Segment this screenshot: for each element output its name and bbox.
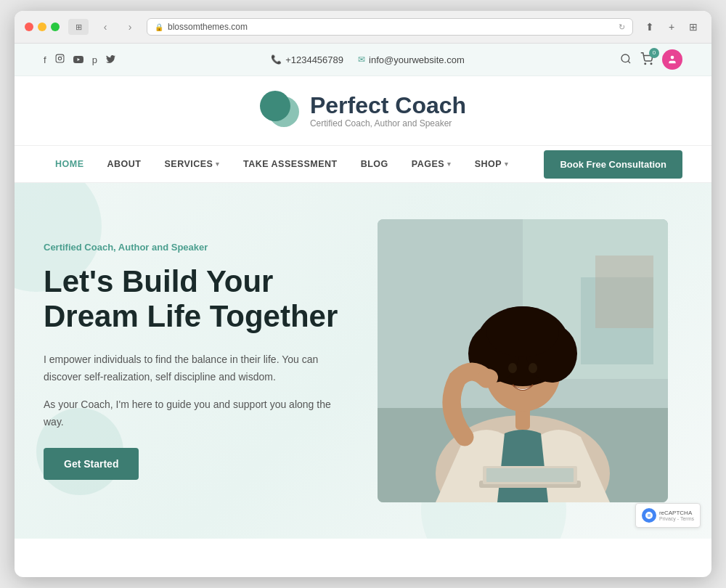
svg-rect-0 bbox=[56, 54, 64, 62]
logo-circle-front bbox=[260, 91, 290, 121]
nav-item-blog[interactable]: BLOG bbox=[349, 146, 400, 182]
nav-menu: HOME ABOUT SERVICES ▾ TAKE ASSESSMENT BL… bbox=[44, 146, 521, 182]
hero-subtitle: Certified Coach, Author and Speaker bbox=[44, 242, 348, 253]
phone-number: +1234456789 bbox=[285, 54, 343, 65]
cart-button[interactable]: 0 bbox=[640, 52, 653, 68]
svg-point-1 bbox=[58, 57, 61, 60]
forward-button[interactable]: › bbox=[122, 19, 138, 35]
browser-window: ⊞ ‹ › 🔒 blossomthemes.com ↻ ⬆ + ⊞ f bbox=[15, 11, 711, 577]
chevron-down-icon: ▾ bbox=[447, 160, 452, 168]
hero-photo-svg bbox=[378, 219, 668, 502]
site-tagline: Certified Coach, Author and Speaker bbox=[310, 118, 466, 128]
extensions-button[interactable]: ⊞ bbox=[685, 19, 701, 35]
twitter-icon[interactable] bbox=[106, 54, 115, 65]
hero-section: Certified Coach, Author and Speaker Let'… bbox=[15, 183, 711, 539]
svg-point-20 bbox=[508, 363, 517, 373]
logo-graphic bbox=[260, 91, 300, 131]
svg-line-4 bbox=[628, 61, 630, 63]
nav-item-pages[interactable]: PAGES ▾ bbox=[400, 146, 463, 182]
share-button[interactable]: ⬆ bbox=[642, 19, 658, 35]
hero-text: Certified Coach, Author and Speaker Let'… bbox=[44, 242, 348, 481]
social-icons: f p bbox=[44, 54, 115, 65]
svg-point-22 bbox=[478, 369, 498, 386]
browser-actions: ⬆ + ⊞ bbox=[642, 19, 701, 35]
hero-body-1: I empower individuals to find the balanc… bbox=[44, 351, 348, 386]
email-icon: ✉ bbox=[358, 54, 365, 65]
search-button[interactable] bbox=[620, 53, 632, 67]
nav-item-assessment[interactable]: TAKE ASSESSMENT bbox=[232, 146, 349, 182]
chevron-down-icon: ▾ bbox=[216, 160, 220, 168]
hero-title-line2: Dream Life Together bbox=[44, 299, 338, 333]
youtube-icon[interactable] bbox=[73, 54, 83, 65]
site-title: Perfect Coach bbox=[310, 93, 466, 118]
hero-content: Certified Coach, Author and Speaker Let'… bbox=[15, 183, 711, 539]
email-address: info@yourwebsite.com bbox=[369, 54, 465, 65]
svg-point-3 bbox=[621, 54, 629, 62]
browser-chrome: ⊞ ‹ › 🔒 blossomthemes.com ↻ ⬆ + ⊞ bbox=[15, 11, 711, 44]
svg-rect-11 bbox=[595, 256, 653, 328]
pinterest-icon[interactable]: p bbox=[92, 54, 97, 65]
email-contact[interactable]: ✉ info@yourwebsite.com bbox=[358, 54, 465, 65]
svg-point-21 bbox=[529, 363, 537, 373]
instagram-icon[interactable] bbox=[55, 54, 65, 65]
hero-image bbox=[378, 219, 668, 502]
nav-item-shop[interactable]: SHOP ▾ bbox=[463, 146, 521, 182]
user-avatar[interactable] bbox=[662, 49, 682, 70]
url-text: blossomthemes.com bbox=[168, 22, 248, 32]
site-header: Perfect Coach Certified Coach, Author an… bbox=[15, 76, 711, 146]
top-bar-contact: 📞 +1234456789 ✉ info@yourwebsite.com bbox=[271, 54, 465, 65]
minimize-button[interactable] bbox=[38, 23, 46, 31]
phone-contact[interactable]: 📞 +1234456789 bbox=[271, 54, 343, 65]
nav-item-home[interactable]: HOME bbox=[44, 146, 96, 182]
svg-point-19 bbox=[486, 306, 559, 357]
top-bar-actions: 0 bbox=[620, 49, 682, 70]
chevron-down-icon: ▾ bbox=[505, 160, 509, 168]
address-bar[interactable]: 🔒 blossomthemes.com ↻ bbox=[147, 18, 633, 36]
cart-badge: 0 bbox=[649, 48, 659, 58]
maximize-button[interactable] bbox=[51, 23, 60, 31]
svg-point-5 bbox=[645, 63, 646, 65]
facebook-icon[interactable]: f bbox=[44, 54, 46, 65]
sidebar-toggle[interactable]: ⊞ bbox=[68, 19, 89, 35]
hero-title: Let's Build Your Dream Life Together bbox=[44, 264, 348, 335]
hero-title-line1: Let's Build Your bbox=[44, 264, 273, 298]
hero-photo bbox=[378, 219, 668, 502]
nav-item-about[interactable]: ABOUT bbox=[96, 146, 153, 182]
new-tab-button[interactable]: + bbox=[664, 19, 680, 35]
site-content: f p 📞 +1234456789 ✉ inf bbox=[15, 44, 711, 539]
svg-point-6 bbox=[650, 63, 652, 65]
phone-icon: 📞 bbox=[271, 54, 282, 65]
lock-icon: 🔒 bbox=[155, 23, 163, 31]
traffic-lights bbox=[25, 23, 60, 31]
back-button[interactable]: ‹ bbox=[97, 19, 113, 35]
logo-text: Perfect Coach Certified Coach, Author an… bbox=[310, 93, 466, 128]
svg-point-2 bbox=[62, 56, 62, 57]
logo-area[interactable]: Perfect Coach Certified Coach, Author an… bbox=[260, 91, 466, 131]
get-started-button[interactable]: Get Started bbox=[44, 448, 139, 480]
top-bar: f p 📞 +1234456789 ✉ inf bbox=[15, 44, 711, 76]
hero-body-2: As your Coach, I'm here to guide you and… bbox=[44, 396, 348, 431]
refresh-icon[interactable]: ↻ bbox=[619, 23, 625, 32]
book-consultation-button[interactable]: Book Free Consultation bbox=[544, 150, 682, 179]
nav-item-services[interactable]: SERVICES ▾ bbox=[152, 146, 232, 182]
close-button[interactable] bbox=[25, 23, 33, 31]
svg-point-7 bbox=[671, 56, 674, 60]
svg-rect-25 bbox=[486, 468, 574, 482]
site-nav: HOME ABOUT SERVICES ▾ TAKE ASSESSMENT BL… bbox=[15, 146, 711, 183]
